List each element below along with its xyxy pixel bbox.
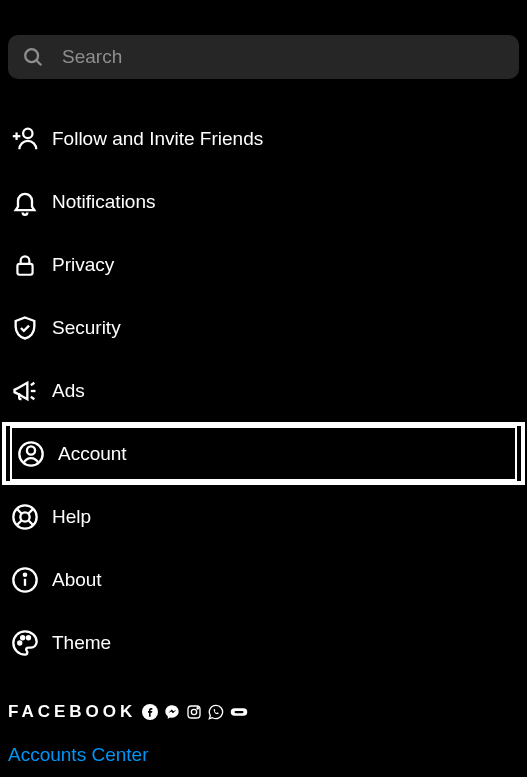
shield-check-icon — [8, 314, 42, 342]
svg-line-1 — [36, 60, 41, 65]
svg-line-13 — [17, 508, 22, 513]
svg-line-8 — [31, 396, 35, 398]
menu-item-account[interactable]: Account — [2, 422, 525, 485]
bell-icon — [8, 188, 42, 216]
menu-label: Follow and Invite Friends — [52, 128, 263, 150]
svg-point-21 — [21, 636, 24, 639]
svg-line-6 — [31, 382, 35, 384]
settings-menu: Follow and Invite Friends Notifications … — [0, 79, 527, 674]
account-icon — [14, 440, 48, 468]
svg-line-14 — [28, 520, 33, 525]
oculus-icon — [230, 704, 248, 720]
facebook-wordmark: FACEBOOK — [8, 702, 136, 722]
menu-item-notifications[interactable]: Notifications — [0, 170, 527, 233]
menu-label: Privacy — [52, 254, 114, 276]
menu-item-ads[interactable]: Ads — [0, 359, 527, 422]
whatsapp-icon — [208, 704, 224, 720]
menu-label: Ads — [52, 380, 85, 402]
menu-item-about[interactable]: About — [0, 548, 527, 611]
add-user-icon — [8, 124, 42, 154]
search-icon — [22, 46, 44, 68]
menu-item-theme[interactable]: Theme — [0, 611, 527, 674]
lock-icon — [8, 251, 42, 279]
svg-point-12 — [20, 512, 29, 521]
footer-logo-row: FACEBOOK — [8, 702, 519, 722]
svg-line-16 — [17, 520, 22, 525]
svg-point-25 — [192, 709, 197, 714]
svg-rect-28 — [235, 711, 244, 713]
search-bar[interactable] — [8, 35, 519, 79]
svg-point-0 — [25, 49, 38, 62]
svg-point-19 — [24, 573, 26, 575]
svg-point-10 — [27, 446, 35, 454]
menu-item-follow[interactable]: Follow and Invite Friends — [0, 107, 527, 170]
facebook-icon — [142, 704, 158, 720]
svg-point-2 — [23, 128, 32, 137]
info-icon — [8, 566, 42, 594]
menu-item-help[interactable]: Help — [0, 485, 527, 548]
menu-item-security[interactable]: Security — [0, 296, 527, 359]
svg-line-15 — [28, 508, 33, 513]
svg-point-20 — [18, 641, 21, 644]
svg-point-22 — [27, 636, 30, 639]
menu-label: Notifications — [52, 191, 156, 213]
menu-label: Security — [52, 317, 121, 339]
accounts-center-link[interactable]: Accounts Center — [8, 744, 519, 766]
menu-label: About — [52, 569, 102, 591]
menu-label: Theme — [52, 632, 111, 654]
messenger-icon — [164, 704, 180, 720]
svg-rect-5 — [17, 263, 32, 274]
footer: FACEBOOK Accounts Center — [0, 674, 527, 766]
menu-label: Account — [58, 443, 127, 465]
lifebuoy-icon — [8, 503, 42, 531]
palette-icon — [8, 629, 42, 657]
menu-label: Help — [52, 506, 91, 528]
search-container — [0, 0, 527, 79]
search-input[interactable] — [62, 46, 505, 68]
instagram-icon — [186, 704, 202, 720]
svg-point-26 — [197, 708, 198, 709]
menu-item-privacy[interactable]: Privacy — [0, 233, 527, 296]
megaphone-icon — [8, 377, 42, 405]
